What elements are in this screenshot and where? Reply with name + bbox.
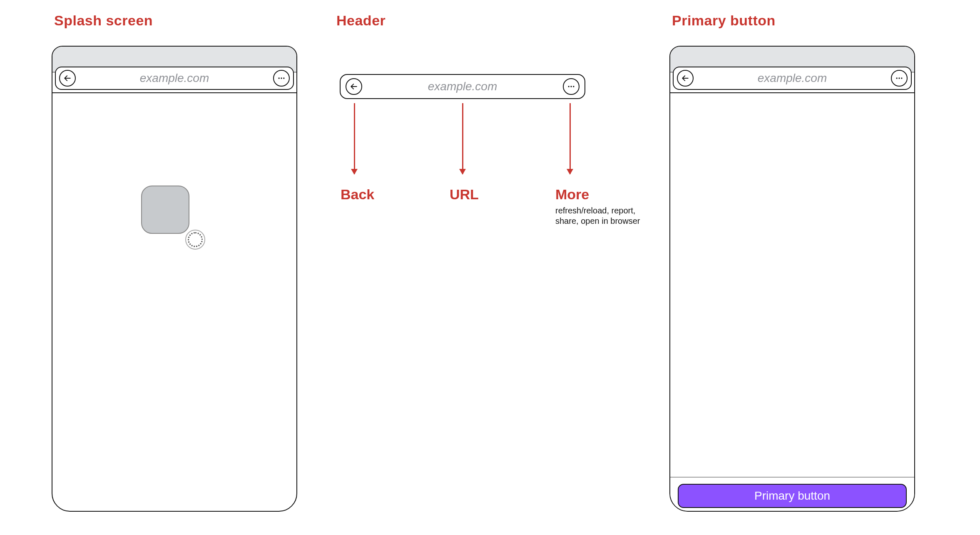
webview-header: example.com xyxy=(673,67,912,90)
arrow-left-icon xyxy=(681,74,689,82)
svg-point-10 xyxy=(898,77,900,79)
svg-point-2 xyxy=(281,77,282,79)
back-button[interactable] xyxy=(346,78,362,95)
arrow-left-icon xyxy=(350,82,358,91)
url-label: example.com xyxy=(76,72,273,85)
more-button[interactable] xyxy=(563,78,580,95)
title-header: Header xyxy=(336,12,386,29)
svg-point-7 xyxy=(573,86,574,87)
app-icon-placeholder xyxy=(141,186,189,234)
title-splash: Splash screen xyxy=(54,12,153,29)
svg-point-9 xyxy=(896,77,898,79)
more-horizontal-icon xyxy=(895,74,903,82)
webview-header: example.com xyxy=(55,67,294,90)
more-horizontal-icon xyxy=(567,82,575,91)
annotation-arrow-back xyxy=(354,103,355,174)
svg-point-11 xyxy=(901,77,902,79)
svg-point-6 xyxy=(570,86,572,87)
arrow-left-icon xyxy=(63,74,72,82)
url-label: example.com xyxy=(694,72,891,85)
footer-bar: Primary button xyxy=(670,477,914,512)
svg-point-1 xyxy=(279,77,280,79)
annotation-more-subtext: refresh/reload, report, share, open in b… xyxy=(555,206,655,226)
annotation-back: Back xyxy=(341,186,374,203)
frame-primary-button: example.com Primary button xyxy=(669,46,915,512)
webview-body xyxy=(52,93,296,512)
splash-loader xyxy=(141,186,208,252)
svg-point-5 xyxy=(568,86,570,87)
annotation-url: URL xyxy=(450,186,479,203)
frame-splash: example.com xyxy=(52,46,297,512)
url-label: example.com xyxy=(362,80,563,93)
back-button[interactable] xyxy=(59,70,76,87)
more-horizontal-icon xyxy=(277,74,286,82)
webview-header-standalone: example.com xyxy=(340,74,585,99)
title-primary: Primary button xyxy=(672,12,776,29)
annotation-more: More xyxy=(555,186,589,203)
more-button[interactable] xyxy=(891,70,908,87)
annotation-arrow-more xyxy=(570,103,571,174)
back-button[interactable] xyxy=(677,70,694,87)
annotation-arrow-url xyxy=(462,103,463,174)
svg-point-3 xyxy=(283,77,284,79)
loading-spinner-icon xyxy=(185,230,205,250)
primary-button[interactable]: Primary button xyxy=(678,484,907,508)
more-button[interactable] xyxy=(273,70,290,87)
webview-body: Primary button xyxy=(670,93,914,512)
primary-button-label: Primary button xyxy=(754,489,830,503)
